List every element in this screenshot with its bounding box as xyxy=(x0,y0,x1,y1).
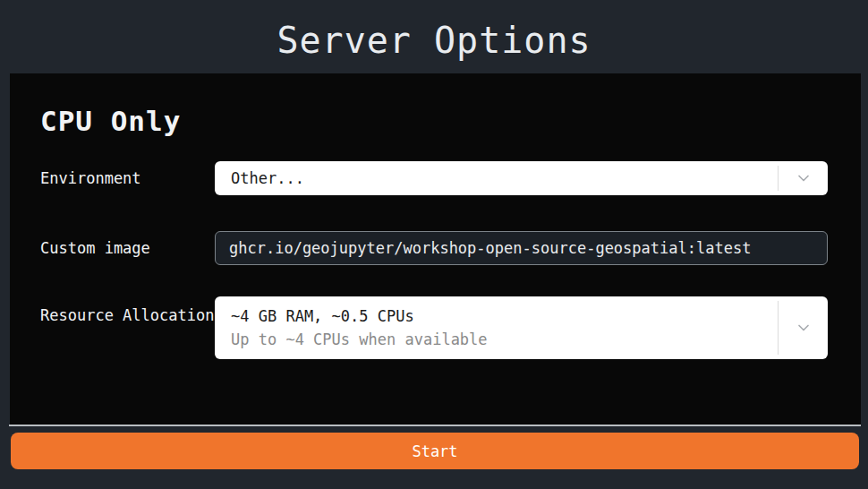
chevron-down-icon xyxy=(778,166,828,191)
chevron-down-icon xyxy=(778,301,828,355)
custom-image-input[interactable] xyxy=(215,231,828,265)
resource-allocation-primary: ~4 GB RAM, ~0.5 CPUs xyxy=(231,305,414,328)
environment-select-value: Other... xyxy=(215,161,778,195)
server-options-form: CPU Only Environment Other... Custom ima… xyxy=(10,73,861,425)
environment-row: Environment Other... xyxy=(10,161,861,195)
resource-allocation-select-value: ~4 GB RAM, ~0.5 CPUs Up to ~4 CPUs when … xyxy=(215,296,778,359)
environment-select[interactable]: Other... xyxy=(215,161,828,195)
resource-allocation-label: Resource Allocation xyxy=(40,296,215,328)
custom-image-label: Custom image xyxy=(40,236,215,261)
resource-allocation-row: Resource Allocation ~4 GB RAM, ~0.5 CPUs… xyxy=(10,296,861,359)
custom-image-row: Custom image xyxy=(10,231,861,265)
resource-allocation-select[interactable]: ~4 GB RAM, ~0.5 CPUs Up to ~4 CPUs when … xyxy=(215,296,828,359)
profile-heading: CPU Only xyxy=(10,73,861,138)
environment-label: Environment xyxy=(40,166,215,191)
resource-allocation-description: Up to ~4 CPUs when available xyxy=(231,328,488,351)
page-header: Server Options xyxy=(0,0,868,73)
page-title: Server Options xyxy=(277,20,591,61)
start-button[interactable]: Start xyxy=(11,433,859,469)
form-divider xyxy=(9,425,861,426)
